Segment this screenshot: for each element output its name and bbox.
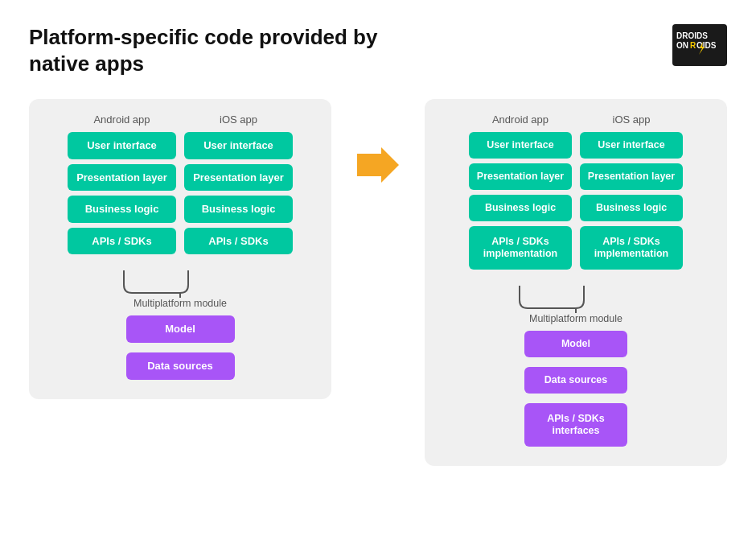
right-diagram-box: Android app User interface Presentation …	[425, 99, 727, 466]
left-diagram-apps: Android app User interface Presentation …	[42, 113, 318, 259]
left-android-btn-1: Presentation layer	[68, 164, 176, 192]
left-android-btn-0: User interface	[68, 132, 176, 159]
svg-text:R: R	[690, 41, 696, 50]
left-ios-btn-2: Business logic	[184, 196, 293, 223]
page: Platform-specific code provided by nativ…	[0, 0, 756, 544]
left-diagram-box: Android app User interface Presentation …	[29, 99, 331, 399]
right-ios-btn-2: Business logic	[580, 195, 683, 221]
right-multiplatform-buttons: Model Data sources APIs / SDKs interface…	[524, 331, 627, 451]
left-ios-btn-0: User interface	[184, 132, 293, 159]
right-diagram-apps: Android app User interface Presentation …	[438, 113, 714, 274]
right-android-label: Android app	[492, 113, 549, 126]
right-ios-btn-0: User interface	[580, 132, 683, 159]
left-bracket	[100, 269, 261, 298]
right-multiplatform-label: Multiplatform module	[529, 313, 622, 324]
right-ios-btn-1: Presentation layer	[580, 163, 683, 190]
svg-text:DROIDS: DROIDS	[676, 31, 708, 40]
left-ios-label: iOS app	[220, 113, 257, 126]
right-ios-btn-3: APIs / SDKs implementation	[580, 226, 683, 270]
arrow-col	[357, 99, 399, 183]
svg-text:ON: ON	[676, 41, 688, 50]
right-android-btn-1: Presentation layer	[469, 163, 572, 190]
right-ios-label: iOS app	[613, 113, 651, 126]
left-android-label: Android app	[93, 113, 150, 126]
left-ios-btn-3: APIs / SDKs	[184, 228, 293, 255]
right-android-btn-2: Business logic	[469, 195, 572, 221]
page-title: Platform-specific code provided by nativ…	[29, 24, 431, 76]
svg-text:OIDS: OIDS	[696, 41, 717, 50]
right-multi-btn-2: APIs / SDKs interfaces	[524, 403, 627, 447]
right-android-col: Android app User interface Presentation …	[469, 113, 572, 274]
right-multi-btn-1: Data sources	[524, 367, 627, 394]
left-multiplatform-section: Multiplatform module Model Data sources	[42, 269, 318, 384]
right-multiplatform-section: Multiplatform module Model Data sources …	[438, 284, 714, 451]
left-ios-col: iOS app User interface Presentation laye…	[184, 113, 293, 259]
left-android-btn-3: APIs / SDKs	[68, 228, 176, 255]
left-multi-btn-0: Model	[126, 315, 235, 343]
left-multiplatform-buttons: Model Data sources	[126, 315, 235, 384]
logo: DROIDS ON R OIDS	[672, 24, 727, 66]
left-multiplatform-label: Multiplatform module	[134, 298, 227, 309]
right-bracket	[495, 284, 656, 313]
svg-marker-7	[357, 147, 399, 183]
left-multi-btn-1: Data sources	[126, 352, 235, 380]
left-ios-btn-1: Presentation layer	[184, 164, 293, 192]
left-android-col: Android app User interface Presentation …	[68, 113, 176, 259]
right-multi-btn-0: Model	[524, 331, 627, 357]
left-android-btn-2: Business logic	[68, 196, 176, 223]
content-row: Android app User interface Presentation …	[29, 99, 727, 466]
right-android-btn-0: User interface	[469, 132, 572, 159]
header: Platform-specific code provided by nativ…	[29, 24, 727, 76]
arrow-right-icon	[357, 147, 399, 183]
right-android-btn-3: APIs / SDKs implementation	[469, 226, 572, 270]
right-ios-col: iOS app User interface Presentation laye…	[580, 113, 683, 274]
